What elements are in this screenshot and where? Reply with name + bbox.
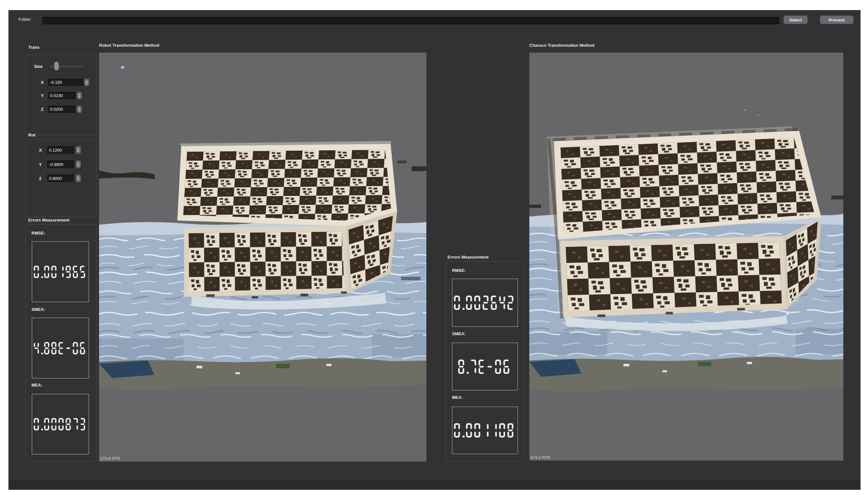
stepper-up-icon	[86, 81, 87, 82]
rot-z-label: Z	[39, 176, 41, 181]
smea-label: SMEA:	[32, 307, 45, 312]
app-window: Folder: Select Process Trans Size X Y Z …	[8, 10, 861, 490]
stepper-up-icon	[78, 94, 80, 95]
process-button[interactable]: Process	[820, 16, 853, 24]
trans-x-input[interactable]	[48, 79, 84, 86]
size-slider-knob[interactable]	[54, 62, 59, 70]
rot-x-stepper[interactable]	[76, 146, 81, 154]
trans-x-label: X	[41, 80, 44, 85]
stepper-down-icon	[77, 165, 79, 166]
bottom-strip	[8, 480, 861, 490]
rot-y-label: Y	[39, 162, 42, 167]
rot-z-input[interactable]	[47, 174, 74, 182]
trans-y-input[interactable]	[48, 92, 76, 99]
stepper-down-icon	[77, 151, 79, 152]
mea-charuco-display	[452, 407, 518, 454]
mea-display	[32, 394, 89, 455]
rmse-charuco-label: RMSE:	[452, 268, 466, 273]
trans-y-label: Y	[41, 93, 44, 98]
size-label: Size	[34, 64, 42, 69]
smea-charuco-label: SMEA:	[452, 331, 466, 336]
mea-charuco-label: MEA:	[452, 395, 463, 400]
rot-y-stepper[interactable]	[76, 160, 81, 168]
stepper-up-icon	[77, 163, 79, 164]
smea-display	[32, 318, 89, 378]
stray-point	[121, 66, 124, 69]
robot-fps-counter: 279.8 FPS	[100, 456, 120, 461]
rot-y-input[interactable]	[47, 160, 74, 168]
rmse-charuco-display	[452, 279, 518, 327]
stepper-down-icon	[78, 97, 80, 98]
trans-z-input[interactable]	[48, 105, 76, 113]
smea-charuco-display	[452, 343, 518, 390]
rot-group-title: Rot	[28, 133, 35, 137]
select-button[interactable]: Select	[784, 16, 808, 24]
stepper-up-icon	[78, 108, 80, 109]
trans-z-label: Z	[41, 107, 44, 112]
stepper-down-icon	[78, 110, 80, 111]
errors-charuco-title: Errors Measurement	[448, 255, 488, 259]
trans-group-title: Trans	[28, 45, 40, 50]
rot-x-input[interactable]	[47, 146, 74, 154]
charuco-viewport-canvas[interactable]: 473.3 FPS	[529, 53, 843, 461]
stepper-up-icon	[77, 177, 79, 178]
robot-viewport-canvas[interactable]: 279.8 FPS	[99, 53, 427, 462]
rmse-label: RMSE:	[32, 231, 45, 236]
charuco-viewport-title: Charuco Transformation Method	[529, 43, 594, 48]
trans-x-stepper[interactable]	[84, 79, 89, 86]
stepper-down-icon	[77, 179, 79, 180]
rot-x-label: X	[39, 148, 42, 153]
charuco-fps-counter: 473.3 FPS	[530, 455, 550, 460]
folder-label: Folder:	[18, 17, 32, 22]
mea-label: MEA:	[32, 382, 42, 388]
folder-input[interactable]	[42, 17, 779, 24]
stepper-down-icon	[86, 83, 87, 84]
trans-y-stepper[interactable]	[76, 92, 82, 99]
rot-z-stepper[interactable]	[76, 174, 81, 182]
rmse-display	[32, 241, 89, 302]
stepper-up-icon	[77, 149, 79, 149]
page: Folder: Select Process Trans Size X Y Z …	[0, 0, 868, 495]
robot-viewport-title: Robot Transformation Method	[99, 43, 159, 48]
trans-z-stepper[interactable]	[76, 105, 82, 113]
errors-robot-title: Errors Measurement	[28, 218, 69, 222]
